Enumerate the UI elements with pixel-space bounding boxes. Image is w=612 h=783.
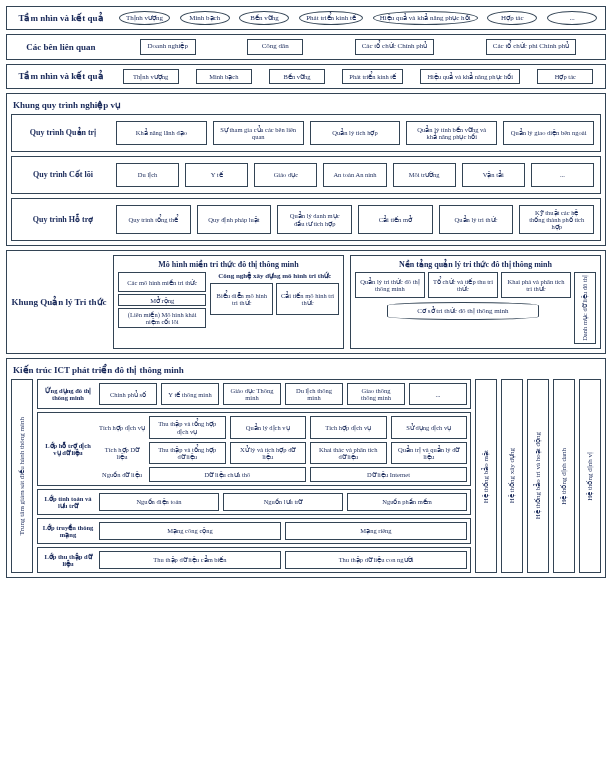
tier-apps: Ứng dụng đô thị thông minh Chính phủ số … bbox=[37, 379, 471, 409]
sub-label: Quy trình Quản trị bbox=[18, 128, 108, 137]
row-items: Doanh nghiệp Công dân Các tổ chức Chính … bbox=[117, 39, 599, 55]
kf-cell: (Liên miền) Mô hình khái niệm cốt lõi bbox=[118, 308, 206, 328]
tier-compute: Lớp tính toán và lưu trữ Nguồn điện toán… bbox=[37, 489, 471, 515]
row-label: Tầm nhìn và kết quả bbox=[13, 13, 109, 23]
sub-items: Khả năng lãnh đạo Sự tham gia của các bê… bbox=[116, 121, 594, 145]
cylinder: Cơ sở tri thức đô thị thông minh bbox=[387, 302, 538, 320]
tier-label: Lớp tính toán và lưu trữ bbox=[41, 495, 95, 509]
mini-box: Thu thập và tổng hợp dịch vụ bbox=[149, 416, 226, 438]
tier-box: Nguồn phần mềm bbox=[347, 493, 467, 511]
kf-left-title: Mô hình miền tri thức đô thị thông minh bbox=[118, 260, 339, 269]
cloud-item: Hiệu quả và khả năng phục hồi bbox=[373, 11, 478, 25]
mini-row: Tích hợp dịch vụ Thu thập và tổng hợp dị… bbox=[99, 416, 467, 438]
cloud-item: Phát triển kinh tế bbox=[299, 11, 363, 25]
kf-side-label: Danh mục dữ liệu đô thị bbox=[581, 275, 588, 341]
app-box: Du lịch thông minh bbox=[285, 383, 343, 405]
mini-box: Xử lý và tích hợp dữ liệu bbox=[230, 442, 307, 464]
stakeholder-box: Các tổ chức Chính phủ bbox=[355, 39, 435, 55]
mini-box: Sử dụng dịch vụ bbox=[391, 416, 468, 438]
kf-cell: Khai phá và phân tích tri thức bbox=[501, 272, 571, 298]
sub-items: Du lịch Y tế Giáo dục An toàn An ninh Mô… bbox=[116, 163, 594, 187]
tier-items: Nguồn điện toán Nguồn lưu trữ Nguồn phần… bbox=[99, 493, 467, 511]
vision-row-1: Tầm nhìn và kết quả Thịnh vượng Minh bạc… bbox=[6, 6, 606, 30]
kf-left-grid: Các mô hình miền tri thức Mở rộng (Liên … bbox=[118, 272, 339, 328]
mini-box: Quản lý dịch vụ bbox=[230, 416, 307, 438]
kf-cell: Quản lý tri thức đô thị thông minh bbox=[355, 272, 425, 298]
tier-sensing: Lớp thu thập dữ liệu Thu thập dữ liệu cả… bbox=[37, 547, 471, 573]
ict-left-side: Trung tâm giám sát điều hành thông minh bbox=[11, 379, 33, 573]
kf-side-cell: Danh mục dữ liệu đô thị bbox=[574, 272, 596, 344]
cloud-item: Bền vững bbox=[239, 11, 289, 25]
tier-label: Lớp truyền thông mạng bbox=[41, 524, 95, 538]
item-box: Minh bạch bbox=[196, 69, 252, 84]
tier-network: Lớp truyền thông mạng Mạng công cộng Mạn… bbox=[37, 518, 471, 544]
item-box: Thịnh vượng bbox=[123, 69, 179, 84]
tier-items: Mạng công cộng Mạng riêng bbox=[99, 522, 467, 540]
mini-box: Dữ liệu chưa thô bbox=[149, 467, 306, 482]
stakeholders-row: Các bên liên quan Doanh nghiệp Công dân … bbox=[6, 34, 606, 60]
proc-box: Quản lý tích hợp bbox=[310, 121, 401, 145]
tier-label: Ứng dụng đô thị thông minh bbox=[41, 387, 95, 401]
cloud-item: Hợp tác bbox=[487, 11, 537, 25]
kf-cell: Cải tiến mô hình tri thức bbox=[276, 283, 339, 315]
row-items: Thịnh vượng Minh bạch Bền vững Phát triể… bbox=[117, 69, 599, 84]
cloud-item: Minh bạch bbox=[180, 11, 230, 25]
sub-label: Quy trình Hỗ trợ bbox=[18, 215, 108, 224]
ict-main: Ứng dụng đô thị thông minh Chính phủ số … bbox=[37, 379, 471, 573]
core-row: Quy trình Cốt lõi Du lịch Y tế Giáo dục … bbox=[11, 156, 601, 194]
proc-box: Vận tải bbox=[462, 163, 525, 187]
cloud-item: ... bbox=[547, 11, 597, 25]
mini-box: Thu thập và tổng hợp dữ liệu bbox=[149, 442, 226, 464]
tier-box: Mạng công cộng bbox=[99, 522, 281, 540]
cloud-item: Thịnh vượng bbox=[119, 11, 170, 25]
app-box: ... bbox=[409, 383, 467, 405]
vision-row-2: Tầm nhìn và kết quả Thịnh vượng Minh bạc… bbox=[6, 64, 606, 89]
tier-label: Lớp hỗ trợ dịch vụ dữ liệu bbox=[41, 416, 95, 482]
app-box: Giáo dục Thông minh bbox=[223, 383, 281, 405]
section-title: Kiến trúc ICT phát triển đô thị thông mi… bbox=[13, 365, 601, 375]
stakeholder-box: Doanh nghiệp bbox=[140, 39, 196, 55]
mini-row: Nguồn dữ liệu Dữ liệu chưa thô Dữ liệu I… bbox=[99, 467, 467, 482]
stakeholder-box: Công dân bbox=[247, 39, 303, 55]
tier-box: Thu thập dữ liệu con người bbox=[285, 551, 467, 569]
kf-cell: Tổ chức và tiếp thu tri thức bbox=[428, 272, 498, 298]
kf-cell: Biểu diễn mô hình tri thức bbox=[210, 283, 273, 315]
kf-right: Nền tảng quản lý tri thức đô thị thông m… bbox=[350, 255, 601, 349]
support-row: Quy trình Hỗ trợ Quy trình tổng thể Quy … bbox=[11, 198, 601, 241]
ict-right-2: Hệ thống xây dựng bbox=[501, 379, 523, 573]
kf-cell: Mở rộng bbox=[118, 294, 206, 306]
tier-box: Nguồn lưu trữ bbox=[223, 493, 343, 511]
mini-box: Dữ liệu Internet bbox=[310, 467, 467, 482]
biz-framework: Khung quy trình nghiệp vụ Quy trình Quản… bbox=[6, 93, 606, 246]
tier-items: Thu thập dữ liệu cảm biến Thu thập dữ li… bbox=[99, 551, 467, 569]
mini-row: Tích hợp Dữ liệu Thu thập và tổng hợp dữ… bbox=[99, 442, 467, 464]
stakeholder-box: Các tổ chức phi Chính phủ bbox=[486, 39, 576, 55]
tier-box: Thu thập dữ liệu cảm biến bbox=[99, 551, 281, 569]
kf-subtitle: Công nghệ xây dựng mô hình tri thức bbox=[210, 272, 339, 280]
ict-left-label: Trung tâm giám sát điều hành thông minh bbox=[18, 417, 26, 535]
proc-box: Kỹ thuật các hệ thống thành phố tích hợp bbox=[519, 205, 594, 234]
ict-right-1: Hệ thống bảo mật bbox=[475, 379, 497, 573]
row-label: Các bên liên quan bbox=[13, 42, 109, 52]
sub-label: Quy trình Cốt lõi bbox=[18, 170, 108, 179]
proc-box: Y tế bbox=[185, 163, 248, 187]
kf-left: Mô hình miền tri thức đô thị thông minh … bbox=[113, 255, 344, 349]
app-box: Chính phủ số bbox=[99, 383, 157, 405]
proc-box: Quản lý giao diện bên ngoài bbox=[503, 121, 594, 145]
proc-box: Quản lý tri thức bbox=[439, 205, 514, 234]
proc-box: Môi trường bbox=[393, 163, 456, 187]
proc-box: Sự tham gia của các bên liên quan bbox=[213, 121, 304, 145]
kf-label: Khung Quản lý Tri thức bbox=[11, 255, 107, 349]
tier-label: Lớp thu thập dữ liệu bbox=[41, 553, 95, 567]
proc-box: Quản lý tính bền vững và khả năng phục h… bbox=[406, 121, 497, 145]
proc-box: Khả năng lãnh đạo bbox=[116, 121, 207, 145]
kf-wrap: Khung Quản lý Tri thức Mô hình miền tri … bbox=[11, 255, 601, 349]
item-box: Phát triển kinh tế bbox=[342, 69, 403, 84]
governance-row: Quy trình Quản trị Khả năng lãnh đạo Sự … bbox=[11, 114, 601, 152]
app-box: Giao thông thông minh bbox=[347, 383, 405, 405]
mini-box: Quản trị và quản lý dữ liệu bbox=[391, 442, 468, 464]
kf-right-title: Nền tảng quản lý tri thức đô thị thông m… bbox=[355, 260, 596, 269]
proc-box: Du lịch bbox=[116, 163, 179, 187]
kf-cell: Các mô hình miền tri thức bbox=[118, 272, 206, 292]
proc-box: An toàn An ninh bbox=[323, 163, 386, 187]
